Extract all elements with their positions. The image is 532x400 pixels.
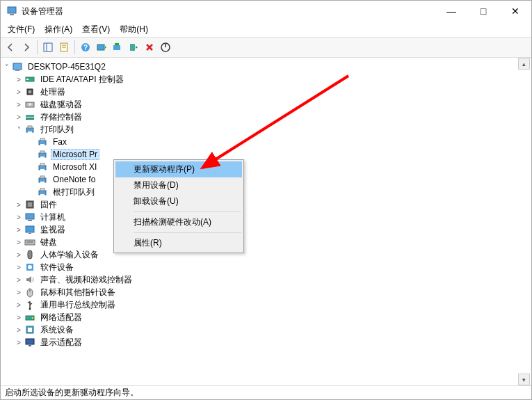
menu-help[interactable]: 帮助(H) (115, 22, 152, 37)
tree-category[interactable]: >IDE ATA/ATAPI 控制器 (1, 73, 531, 86)
network-icon (24, 312, 35, 323)
titlebar: 设备管理器 — □ ✕ (1, 1, 531, 22)
expander-icon[interactable]: > (13, 337, 24, 348)
tree-category[interactable]: >固件 (1, 198, 531, 211)
status-text: 启动所选设备的更新驱动程序向导。 (5, 387, 138, 399)
tree-root[interactable]: ˅DESKTOP-45E31Q2 (1, 61, 531, 73)
expander-icon[interactable]: > (13, 237, 24, 248)
tree-category[interactable]: >显示适配器 (1, 336, 531, 349)
expander-icon[interactable] (26, 149, 37, 160)
tree-category[interactable]: >软件设备 (1, 261, 531, 273)
tree-category[interactable]: >处理器 (1, 86, 531, 98)
tree-device[interactable]: 根打印队列 (1, 186, 531, 198)
forward-button[interactable] (19, 40, 34, 55)
expander-icon[interactable]: > (13, 249, 24, 260)
expander-icon[interactable]: > (13, 99, 24, 110)
svg-rect-44 (26, 214, 34, 219)
tree-category[interactable]: >监视器 (1, 223, 531, 236)
svg-rect-60 (28, 328, 32, 332)
menu-view[interactable]: 查看(V) (78, 22, 114, 37)
menu-file[interactable]: 文件(F) (3, 22, 39, 37)
tree-device[interactable]: Microsoft XI (1, 161, 531, 173)
device-manager-window: 设备管理器 — □ ✕ 文件(F) 操作(A) 查看(V) 帮助(H) ? ▴ … (0, 0, 532, 400)
expander-icon[interactable] (26, 186, 37, 198)
tree-device[interactable]: OneNote fo (1, 173, 531, 186)
svg-rect-11 (115, 43, 119, 45)
usb-icon (24, 299, 35, 310)
hid-icon (24, 249, 35, 260)
expander-icon[interactable]: > (13, 86, 24, 97)
menu-action[interactable]: 操作(A) (40, 22, 76, 37)
install-legacy-button[interactable] (126, 40, 141, 55)
svg-point-53 (28, 265, 32, 269)
context-menu-item[interactable]: 更新驱动程序(P) (115, 161, 242, 177)
expander-icon[interactable]: > (13, 199, 24, 210)
svg-rect-62 (29, 345, 31, 346)
context-menu-item[interactable]: 属性(R) (115, 235, 242, 251)
scroll-down-button[interactable]: ▾ (518, 374, 530, 385)
back-button[interactable] (3, 40, 18, 55)
sound-icon (24, 274, 35, 285)
expander-icon[interactable]: ˅ (1, 61, 12, 72)
tree-category[interactable]: >磁盘驱动器 (1, 98, 531, 111)
svg-rect-40 (40, 189, 45, 191)
expander-icon[interactable]: > (13, 324, 24, 335)
expander-icon[interactable]: > (13, 299, 24, 310)
storage-icon (24, 111, 35, 122)
expander-icon[interactable] (26, 161, 37, 173)
scan-hardware-button[interactable] (94, 40, 109, 55)
disable-button[interactable] (158, 40, 173, 55)
expander-icon[interactable]: > (13, 274, 24, 285)
svg-rect-34 (40, 163, 45, 166)
maximize-button[interactable]: □ (467, 1, 499, 22)
expander-icon[interactable]: ˅ (13, 124, 24, 135)
svg-text:?: ? (83, 44, 88, 51)
context-menu-item[interactable]: 禁用设备(D) (115, 177, 242, 193)
uninstall-button[interactable] (142, 40, 157, 55)
expander-icon[interactable]: > (13, 74, 24, 85)
tree-category[interactable]: >网络适配器 (1, 311, 531, 323)
update-driver-button[interactable] (110, 40, 125, 55)
tree-device[interactable]: Microsoft Pr (1, 148, 531, 161)
tree-category[interactable]: >计算机 (1, 211, 531, 223)
expander-icon[interactable]: > (13, 224, 24, 235)
tree-category[interactable]: >存储控制器 (1, 111, 531, 123)
tree-category[interactable]: >通用串行总线控制器 (1, 298, 531, 311)
svg-rect-0 (8, 7, 16, 13)
expander-icon[interactable]: > (13, 262, 24, 273)
help-button[interactable]: ? (78, 40, 93, 55)
tree-category[interactable]: >键盘 (1, 236, 531, 248)
expander-icon[interactable] (26, 136, 37, 147)
device-tree[interactable]: ▴ ▾ ˅DESKTOP-45E31Q2>IDE ATA/ATAPI 控制器>处… (1, 58, 531, 385)
printer-icon (24, 124, 35, 135)
expander-icon[interactable]: > (13, 312, 24, 323)
context-menu-item[interactable]: 卸载设备(U) (115, 193, 242, 209)
close-button[interactable]: ✕ (499, 1, 531, 22)
context-menu-separator (134, 211, 241, 212)
firmware-icon (24, 199, 35, 210)
svg-rect-37 (40, 176, 45, 178)
properties-button[interactable] (56, 40, 72, 55)
node-label: IDE ATA/ATAPI 控制器 (38, 73, 126, 86)
svg-rect-1 (10, 14, 14, 15)
context-menu-item[interactable]: 扫描检测硬件改动(A) (115, 214, 242, 230)
printer-icon (37, 136, 48, 147)
expander-icon[interactable] (26, 174, 37, 185)
tree-category[interactable]: >鼠标和其他指针设备 (1, 286, 531, 298)
node-label: Microsoft Pr (51, 149, 99, 160)
scroll-up-button[interactable]: ▴ (518, 58, 530, 70)
expander-icon[interactable]: > (13, 287, 24, 298)
expander-icon[interactable]: > (13, 111, 24, 122)
tree-category[interactable]: >人体学输入设备 (1, 248, 531, 261)
show-hide-tree-button[interactable] (40, 40, 56, 55)
svg-rect-45 (28, 220, 32, 221)
svg-rect-22 (26, 115, 34, 118)
tree-category[interactable]: >系统设备 (1, 323, 531, 336)
tree-device[interactable]: Fax (1, 136, 531, 148)
node-label: 鼠标和其他指针设备 (38, 286, 118, 299)
tree-category[interactable]: >声音、视频和游戏控制器 (1, 273, 531, 286)
minimize-button[interactable]: — (435, 1, 467, 22)
node-label: Fax (51, 136, 69, 147)
tree-category[interactable]: ˅打印队列 (1, 123, 531, 136)
expander-icon[interactable]: > (13, 211, 24, 223)
